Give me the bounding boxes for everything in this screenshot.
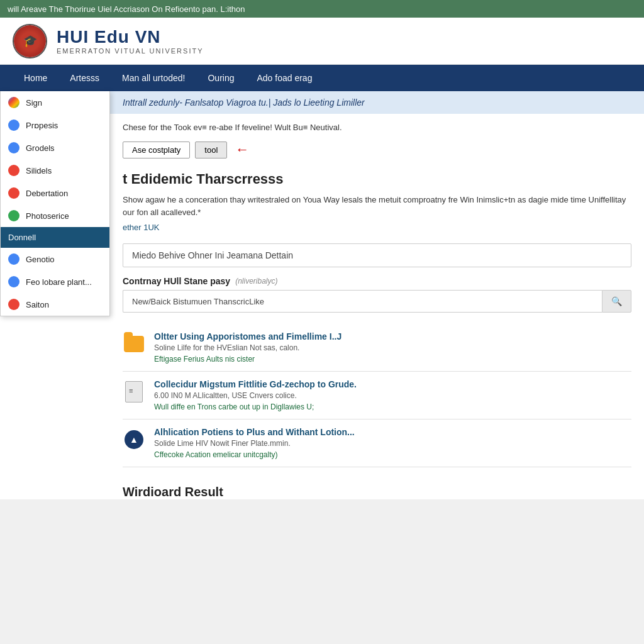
result-title-3[interactable]: Alhlication Potiens to Plus and Withant …	[154, 427, 631, 437]
bottom-section: Wirdioard Result	[110, 475, 644, 499]
result-item-3: Alhlication Potiens to Plus and Withant …	[123, 419, 631, 467]
red-icon-3	[8, 299, 19, 310]
red-arrow-icon: ←	[235, 142, 249, 158]
folder-icon	[124, 336, 144, 352]
info-text: Chese for the Took ev≡ re-abe If fevelin…	[123, 121, 631, 134]
button-group: Ase costplaty tool ←	[123, 142, 631, 158]
sidebar-label-saiton: Saiton	[26, 300, 49, 309]
ase-costplaty-button[interactable]: Ase costplaty	[123, 142, 190, 158]
nav-home[interactable]: Home	[13, 65, 58, 91]
sidebar-label-feo: Feo lobare plant...	[26, 277, 92, 287]
bottom-title: Wirdioard Result	[123, 485, 631, 499]
result-body-1: Oltter Using Apporistomes and Fimellime …	[154, 331, 631, 364]
result-meta-3: Solide Lime HIV Nowit Finer Plate.mmin.	[154, 439, 631, 448]
inner-content: Chese for the Took ev≡ re-abe If fevelin…	[110, 114, 644, 475]
sidebar-item-debertation[interactable]: Debertation	[1, 182, 109, 204]
sidebar-item-genotio[interactable]: Genotio	[1, 248, 109, 270]
sidebar-item-feo[interactable]: Feo lobare plant...	[1, 270, 109, 293]
green-icon	[8, 210, 19, 221]
result-item-2: Collecidur Migstum Fittlitie Gd-zechop t…	[123, 372, 631, 419]
site-title-block: HUI Edu VN EMERRATON VITUAL UNIVERSITY	[57, 27, 204, 55]
sidebar-dropdown: Sign Prɒpesis Grodels Silidels Debertati…	[0, 91, 110, 316]
sidebar-label-genotio: Genotio	[26, 255, 55, 264]
content-wrapper: Sign Prɒpesis Grodels Silidels Debertati…	[0, 91, 644, 499]
site-name: HUI Edu VN	[57, 27, 204, 47]
sidebar-item-silidels[interactable]: Silidels	[1, 159, 109, 182]
result-title-2[interactable]: Collecidur Migstum Fittlitie Gd-zechop t…	[154, 379, 631, 389]
section-title: t Edidemic Tharscrresss	[123, 171, 631, 187]
site-subtitle: EMERRATON VITUAL UNIVERSITY	[57, 47, 204, 55]
tool-button[interactable]: tool	[195, 142, 227, 158]
nav-artesss[interactable]: Artesss	[58, 65, 111, 91]
search-wrapper: 🔍	[123, 290, 631, 313]
sidebar-label-grodels: Grodels	[26, 143, 55, 153]
result-link-2[interactable]: Wull diffe en Trons carbe out up in Digl…	[154, 402, 314, 411]
red-icon-2	[8, 187, 19, 199]
result-body-2: Collecidur Migstum Fittlitie Gd-zechop t…	[154, 379, 631, 411]
sidebar-item-saiton[interactable]: Saiton	[1, 293, 109, 316]
search-label: Contrnay HUll Stane pasy (nliveribalyc)	[123, 276, 631, 286]
app-icon	[125, 430, 143, 449]
sidebar-label-silidels: Silidels	[26, 166, 52, 175]
site-logo: 🎓	[13, 24, 47, 58]
result-title-1[interactable]: Oltter Using Apporistomes and Fimellime …	[154, 331, 631, 341]
nav-ouring[interactable]: Ouring	[196, 65, 245, 91]
search-label-note: (nliveribalyc)	[235, 277, 277, 286]
sidebar-label-propesis: Prɒpesis	[26, 121, 58, 130]
main-form-input[interactable]	[123, 243, 631, 267]
blue-icon-1	[8, 119, 19, 131]
search-button[interactable]: 🔍	[602, 290, 631, 313]
result-icon-folder	[123, 333, 145, 355]
result-icon-app	[123, 428, 145, 451]
form-area: Contrnay HUll Stane pasy (nliveribalyc) …	[123, 243, 631, 313]
result-link-3[interactable]: Cffecoke Acation emelicar unitcgalty)	[154, 450, 278, 459]
description-text: Show agaw he a conceration thay writestr…	[123, 194, 631, 220]
nav-manage[interactable]: Man all urtoded!	[111, 65, 196, 91]
nav-bar: Home Artesss Man all urtoded! Ouring Ado…	[0, 65, 644, 91]
sidebar-label-sign: Sign	[26, 98, 42, 108]
result-meta-1: Soline Lilfe for the HVEslian Not sas, c…	[154, 343, 631, 352]
sidebar-item-grodels[interactable]: Grodels	[1, 136, 109, 159]
banner-text: Inttrall zedunly- Fanlsatop Viagroa tu.|…	[123, 97, 365, 108]
top-notification-bar: will Areave The Thorirue Uiel Accriason …	[0, 0, 644, 18]
result-link-1[interactable]: Eftigase Ferius Aults nis cister	[154, 355, 255, 364]
sidebar-label-donnell: Donnell	[8, 233, 36, 242]
blue-icon-4	[8, 276, 19, 287]
red-icon-1	[8, 165, 19, 176]
banner: Inttrall zedunly- Fanlsatop Viagroa tu.|…	[110, 91, 644, 114]
result-icon-doc	[123, 380, 145, 403]
logo-emblem: 🎓	[14, 25, 46, 57]
sidebar-item-propesis[interactable]: Prɒpesis	[1, 114, 109, 136]
sidebar-item-photoserice[interactable]: Photoserice	[1, 204, 109, 227]
result-meta-2: 6.00 IN0 M ALlicaltten, USE Cnvers colic…	[154, 391, 631, 400]
result-body-3: Alhlication Potiens to Plus and Withant …	[154, 427, 631, 459]
page-content: Inttrall zedunly- Fanlsatop Viagroa tu.|…	[110, 91, 644, 499]
site-header: 🎓 HUI Edu VN EMERRATON VITUAL UNIVERSITY	[0, 18, 644, 65]
sidebar-label-debertation: Debertation	[26, 189, 68, 198]
sidebar-label-photoserice: Photoserice	[26, 211, 69, 221]
sidebar-item-donnell[interactable]: Donnell	[1, 227, 109, 248]
chrome-icon	[8, 97, 19, 108]
sidebar-item-sign[interactable]: Sign	[1, 91, 109, 114]
blue-icon-2	[8, 142, 19, 153]
search-input[interactable]	[123, 290, 602, 313]
top-bar-text: will Areave The Thorirue Uiel Accriason …	[8, 4, 245, 14]
result-item-1: Oltter Using Apporistomes and Fimellime …	[123, 324, 631, 372]
nav-ado[interactable]: Ado foad erag	[245, 65, 323, 91]
doc-icon	[125, 381, 143, 402]
blue-icon-3	[8, 253, 19, 265]
ether-link[interactable]: ether 1UK	[123, 223, 160, 232]
search-label-text: Contrnay HUll Stane pasy	[123, 276, 230, 286]
